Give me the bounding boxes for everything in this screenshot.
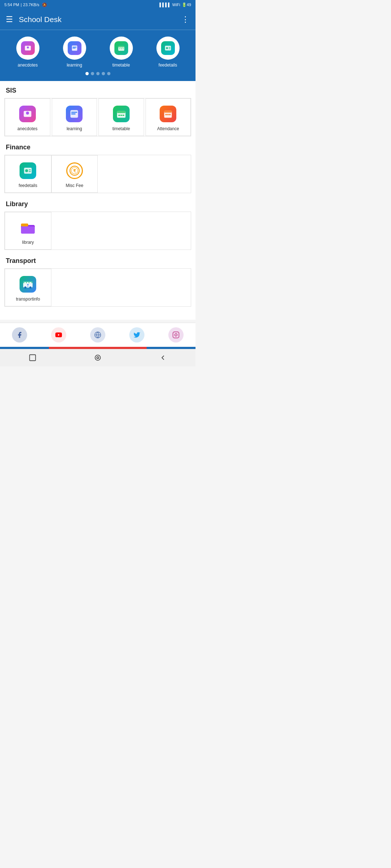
carousel-items: anecdotes learning <box>4 37 191 68</box>
library-icon-shape <box>20 219 36 236</box>
svg-rect-11 <box>168 48 170 49</box>
timetable-grid-icon <box>112 105 131 123</box>
more-options-icon[interactable]: ⋮ <box>181 15 190 24</box>
hamburger-menu-icon[interactable]: ☰ <box>6 15 13 24</box>
battery-icon: 🔋49 <box>182 3 191 7</box>
transport-grid-icon <box>18 275 37 294</box>
svg-point-13 <box>26 112 29 115</box>
svg-rect-47 <box>173 332 179 338</box>
status-right: ▌▌▌▌ WiFi 🔋49 <box>160 3 191 7</box>
section-sis: SIS anecdotes <box>4 87 191 136</box>
nav-home-button[interactable] <box>92 352 103 363</box>
svg-rect-4 <box>118 46 124 48</box>
carousel-item-anecdotes[interactable]: anecdotes <box>16 37 39 68</box>
carousel-icon-timetable-circle <box>110 37 133 60</box>
grid-label-attendance: Attendance <box>157 126 179 131</box>
carousel-item-timetable[interactable]: timetable <box>110 37 133 68</box>
section-finance: Finance feedetails <box>4 144 191 193</box>
grid-item-attendance[interactable]: Attendance <box>146 98 191 136</box>
nav-recents-button[interactable] <box>27 352 38 363</box>
carousel-label-learning: learning <box>67 63 82 68</box>
status-time: 5:54 PM <box>4 3 19 7</box>
transport-grid: transportinfo <box>4 268 191 306</box>
carousel-item-learning[interactable]: learning <box>63 37 86 68</box>
svg-rect-27 <box>29 170 31 170</box>
grid-item-library[interactable]: library <box>5 212 51 250</box>
svg-rect-33 <box>21 224 28 226</box>
dot-5[interactable] <box>107 72 110 75</box>
library-grid: library <box>4 212 191 250</box>
transport-icon-shape <box>20 276 36 293</box>
section-title-library: Library <box>4 200 191 208</box>
instagram-icon[interactable] <box>168 327 184 342</box>
svg-rect-21 <box>164 111 172 113</box>
dot-1[interactable] <box>85 72 89 75</box>
miscfee-icon-shape: ₹ <box>66 162 83 179</box>
carousel-label-timetable: timetable <box>112 63 130 68</box>
carousel-icon-anecdotes-circle <box>16 37 39 60</box>
grid-item-feedetails[interactable]: feedetails <box>5 155 51 193</box>
carousel: anecdotes learning <box>0 30 196 81</box>
progress-blue-left <box>0 347 49 349</box>
feedetails-icon <box>161 41 175 55</box>
progress-bar <box>0 347 196 349</box>
website-icon[interactable] <box>90 327 105 342</box>
svg-point-41 <box>29 286 31 289</box>
section-transport: Transport <box>4 257 191 307</box>
svg-rect-23 <box>168 114 169 115</box>
nav-bar <box>0 349 196 366</box>
twitter-icon[interactable] <box>129 327 144 342</box>
anecdotes-icon-shape <box>19 106 36 122</box>
signal-icon: ▌▌▌▌ <box>160 3 171 7</box>
learning-icon-shape <box>66 106 83 122</box>
attendance-icon-shape <box>160 106 176 122</box>
finance-grid: feedetails ₹ Misc Fee <box>4 155 191 193</box>
status-speed: 23.7KB/s <box>23 3 39 7</box>
library-grid-icon <box>18 218 37 237</box>
nav-back-button[interactable] <box>157 352 168 363</box>
learning-icon <box>68 41 81 55</box>
carousel-label-anecdotes: anecdotes <box>18 63 38 68</box>
wifi-icon: WiFi <box>172 3 180 7</box>
svg-point-9 <box>166 47 168 49</box>
carousel-label-feedetails: feedetails <box>159 63 177 68</box>
timetable-icon-shape <box>113 106 130 122</box>
grid-item-anecdotes[interactable]: anecdotes <box>5 98 50 136</box>
section-title-finance: Finance <box>4 144 191 151</box>
facebook-icon[interactable] <box>12 327 27 342</box>
anecdotes-grid-icon <box>18 105 37 123</box>
svg-rect-10 <box>168 47 170 48</box>
dot-3[interactable] <box>96 72 100 75</box>
feedetails-grid-icon <box>18 161 37 180</box>
dot-2[interactable] <box>91 72 94 75</box>
carousel-dots <box>85 72 110 75</box>
status-bar: 5:54 PM | 23.7KB/s 🔕 ▌▌▌▌ WiFi 🔋49 <box>0 0 196 9</box>
timetable-icon <box>114 41 128 55</box>
mute-icon: 🔕 <box>42 3 47 7</box>
svg-point-51 <box>97 357 99 359</box>
status-data: | <box>21 3 22 7</box>
section-title-transport: Transport <box>4 257 191 265</box>
grid-label-transportinfo: transportinfo <box>16 297 40 302</box>
main-content: SIS anecdotes <box>0 81 196 320</box>
status-left: 5:54 PM | 23.7KB/s 🔕 <box>4 3 47 7</box>
svg-rect-5 <box>119 48 120 49</box>
grid-item-transportinfo[interactable]: transportinfo <box>5 269 51 306</box>
dot-4[interactable] <box>102 72 105 75</box>
social-bar <box>0 323 196 347</box>
svg-rect-24 <box>169 114 171 115</box>
progress-blue-right <box>147 347 196 349</box>
svg-point-42 <box>27 284 29 285</box>
grid-item-miscfee[interactable]: ₹ Misc Fee <box>51 155 98 193</box>
youtube-icon[interactable] <box>51 327 66 342</box>
carousel-icon-feedetails-circle <box>156 37 180 60</box>
svg-rect-19 <box>122 115 124 116</box>
anecdotes-icon <box>21 41 35 55</box>
grid-label-learning: learning <box>67 126 82 131</box>
svg-point-40 <box>24 286 26 289</box>
carousel-item-feedetails[interactable]: feedetails <box>156 37 180 68</box>
grid-item-timetable[interactable]: timetable <box>98 98 144 136</box>
svg-point-50 <box>95 355 101 361</box>
svg-rect-28 <box>29 171 31 172</box>
grid-item-learning[interactable]: learning <box>52 98 97 136</box>
